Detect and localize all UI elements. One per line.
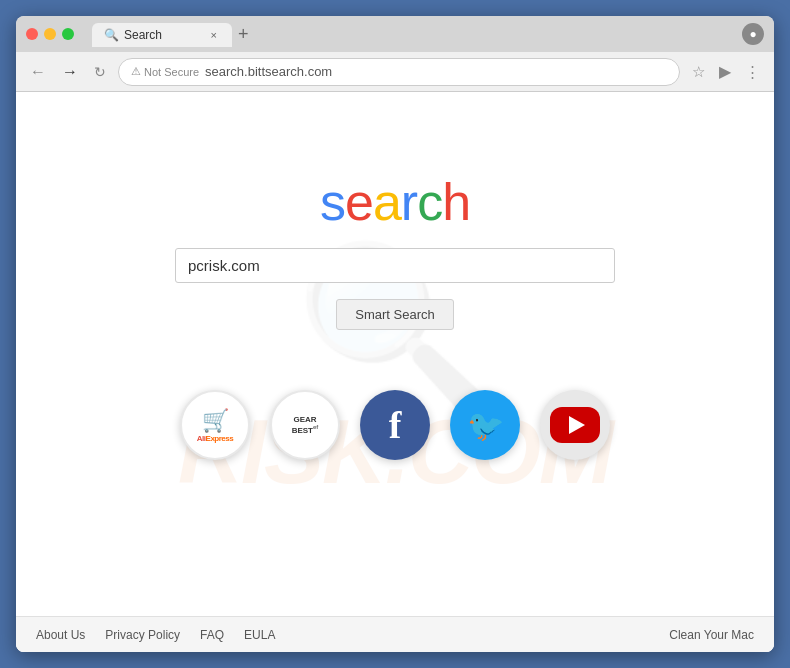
address-actions: ☆ ▶ ⋮ bbox=[688, 60, 764, 83]
aliexpress-text: AliExpress bbox=[197, 434, 233, 443]
lock-icon: ⚠ bbox=[131, 65, 141, 78]
eula-link[interactable]: EULA bbox=[244, 628, 275, 642]
window-controls: ● bbox=[742, 23, 764, 45]
minimize-window-button[interactable] bbox=[44, 28, 56, 40]
page-footer: About Us Privacy Policy FAQ EULA Clean Y… bbox=[16, 616, 774, 652]
close-window-button[interactable] bbox=[26, 28, 38, 40]
tab-title: Search bbox=[124, 28, 202, 42]
logo-letter-r: r bbox=[401, 173, 417, 231]
cast-button[interactable]: ▶ bbox=[715, 60, 735, 83]
smart-search-button[interactable]: Smart Search bbox=[336, 299, 453, 330]
tab-close-button[interactable]: × bbox=[208, 28, 220, 42]
logo-letter-e: e bbox=[345, 173, 373, 231]
logo-letter-a: a bbox=[373, 173, 401, 231]
user-icon-symbol: ● bbox=[749, 27, 756, 41]
url-field[interactable]: ⚠ Not Secure search.bittsearch.com bbox=[118, 58, 680, 86]
address-bar: ← → ↻ ⚠ Not Secure search.bittsearch.com… bbox=[16, 52, 774, 92]
tab-favicon: 🔍 bbox=[104, 28, 118, 42]
footer-right-text: Clean Your Mac bbox=[669, 628, 754, 642]
browser-tab[interactable]: 🔍 Search × bbox=[92, 23, 232, 47]
search-section: search Smart Search bbox=[175, 172, 615, 330]
page-content: 🔍 risk.com search Smart Search 🛒 AliExpr bbox=[16, 92, 774, 652]
aliexpress-cart-icon: 🛒 bbox=[202, 408, 229, 434]
gearbest-text: GEARBESTef bbox=[292, 415, 319, 436]
back-button[interactable]: ← bbox=[26, 61, 50, 83]
not-secure-label: Not Secure bbox=[144, 66, 199, 78]
user-account-icon[interactable]: ● bbox=[742, 23, 764, 45]
bookmark-button[interactable]: ☆ bbox=[688, 61, 709, 83]
twitter-icon: 🐦 bbox=[450, 390, 520, 460]
twitter-quick-link[interactable]: 🐦 bbox=[450, 390, 520, 460]
refresh-button[interactable]: ↻ bbox=[90, 62, 110, 82]
twitter-bird-icon: 🐦 bbox=[467, 408, 504, 443]
traffic-lights bbox=[26, 28, 74, 40]
search-input[interactable] bbox=[175, 248, 615, 283]
aliexpress-icon: 🛒 AliExpress bbox=[180, 390, 250, 460]
youtube-play-triangle bbox=[569, 416, 585, 434]
tab-bar: 🔍 Search × + bbox=[92, 22, 734, 47]
youtube-bg bbox=[550, 407, 600, 443]
privacy-policy-link[interactable]: Privacy Policy bbox=[105, 628, 180, 642]
title-bar: 🔍 Search × + ● bbox=[16, 16, 774, 52]
browser-window: 🔍 Search × + ● ← → ↻ ⚠ Not Secure search… bbox=[16, 16, 774, 652]
search-logo: search bbox=[320, 172, 470, 232]
faq-link[interactable]: FAQ bbox=[200, 628, 224, 642]
youtube-play-icon bbox=[550, 407, 600, 443]
gearbest-quick-link[interactable]: GEARBESTef bbox=[270, 390, 340, 460]
maximize-window-button[interactable] bbox=[62, 28, 74, 40]
quick-links: 🛒 AliExpress GEARBESTef f 🐦 bbox=[180, 390, 610, 460]
new-tab-button[interactable]: + bbox=[232, 22, 255, 47]
facebook-icon: f bbox=[360, 390, 430, 460]
gearbest-icon: GEARBESTef bbox=[270, 390, 340, 460]
facebook-f-letter: f bbox=[389, 403, 402, 447]
footer-links: About Us Privacy Policy FAQ EULA bbox=[36, 628, 669, 642]
logo-letter-h: h bbox=[442, 173, 470, 231]
security-indicator: ⚠ Not Secure bbox=[131, 65, 199, 78]
youtube-icon bbox=[540, 390, 610, 460]
aliexpress-quick-link[interactable]: 🛒 AliExpress bbox=[180, 390, 250, 460]
youtube-quick-link[interactable] bbox=[540, 390, 610, 460]
logo-letter-c: c bbox=[417, 173, 442, 231]
about-us-link[interactable]: About Us bbox=[36, 628, 85, 642]
forward-button[interactable]: → bbox=[58, 61, 82, 83]
url-text: search.bittsearch.com bbox=[205, 64, 667, 79]
more-options-button[interactable]: ⋮ bbox=[741, 61, 764, 83]
logo-letter-s: s bbox=[320, 173, 345, 231]
search-input-wrapper bbox=[175, 248, 615, 283]
facebook-quick-link[interactable]: f bbox=[360, 390, 430, 460]
